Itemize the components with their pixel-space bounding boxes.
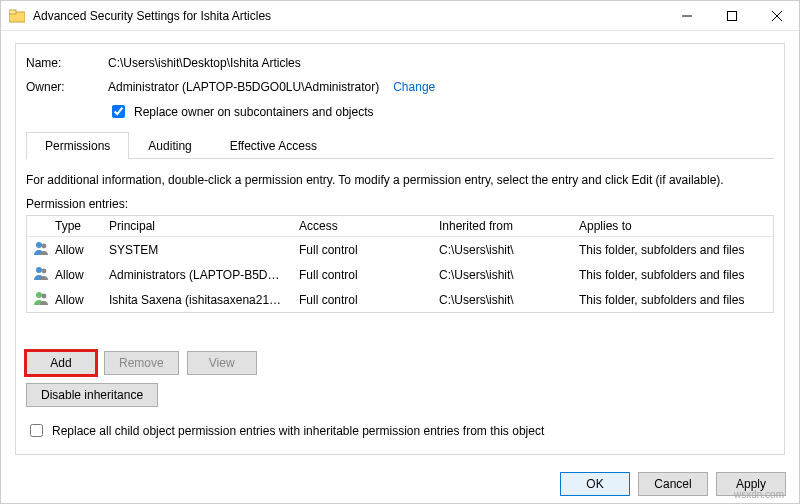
- main-panel: Name: C:\Users\ishit\Desktop\Ishita Arti…: [15, 43, 785, 455]
- cell-inherited: C:\Users\ishit\: [433, 262, 573, 287]
- svg-point-6: [36, 242, 42, 248]
- owner-value: Administrator (LAPTOP-B5DGO0LU\Administr…: [108, 80, 379, 94]
- cell-applies: This folder, subfolders and files: [573, 262, 774, 287]
- svg-rect-3: [727, 11, 736, 20]
- close-button[interactable]: [754, 1, 799, 30]
- replace-all-checkbox[interactable]: [30, 424, 43, 437]
- permission-entries-table: Type Principal Access Inherited from App…: [26, 215, 774, 325]
- remove-button: Remove: [104, 351, 179, 375]
- svg-point-7: [42, 244, 47, 249]
- title-bar: Advanced Security Settings for Ishita Ar…: [1, 1, 799, 31]
- cell-inherited: C:\Users\ishit\: [433, 237, 573, 263]
- tab-effective-access[interactable]: Effective Access: [211, 132, 336, 159]
- cell-principal: Administrators (LAPTOP-B5DGO...: [103, 262, 293, 287]
- col-type[interactable]: Type: [49, 216, 103, 237]
- cell-type: Allow: [49, 237, 103, 263]
- folder-security-icon: [9, 8, 25, 24]
- cell-type: Allow: [49, 287, 103, 313]
- cell-access: Full control: [293, 237, 433, 263]
- col-inherited[interactable]: Inherited from: [433, 216, 573, 237]
- col-access[interactable]: Access: [293, 216, 433, 237]
- table-row[interactable]: AllowIshita Saxena (ishitasaxena2109...F…: [27, 287, 774, 313]
- svg-point-10: [36, 292, 42, 298]
- add-button[interactable]: Add: [26, 351, 96, 375]
- window-title: Advanced Security Settings for Ishita Ar…: [33, 9, 664, 23]
- change-owner-link[interactable]: Change: [393, 80, 435, 94]
- cell-access: Full control: [293, 287, 433, 313]
- replace-owner-label: Replace owner on subcontainers and objec…: [134, 105, 373, 119]
- table-row[interactable]: AllowSYSTEMFull controlC:\Users\ishit\Th…: [27, 237, 774, 263]
- cell-type: Allow: [49, 262, 103, 287]
- replace-owner-checkbox[interactable]: [112, 105, 125, 118]
- col-applies[interactable]: Applies to: [573, 216, 774, 237]
- cell-inherited: C:\Users\ishit\: [433, 287, 573, 313]
- cell-applies: This folder, subfolders and files: [573, 237, 774, 263]
- entries-label: Permission entries:: [26, 197, 774, 211]
- svg-point-8: [36, 267, 42, 273]
- cancel-button[interactable]: Cancel: [638, 472, 708, 496]
- cell-access: Full control: [293, 262, 433, 287]
- cell-principal: SYSTEM: [103, 237, 293, 263]
- user-icon: [33, 265, 49, 281]
- maximize-button[interactable]: [709, 1, 754, 30]
- minimize-button[interactable]: [664, 1, 709, 30]
- svg-rect-1: [9, 10, 16, 14]
- tab-permissions[interactable]: Permissions: [26, 132, 129, 159]
- cell-applies: This folder, subfolders and files: [573, 287, 774, 313]
- apply-button[interactable]: Apply: [716, 472, 786, 496]
- owner-label: Owner:: [26, 80, 108, 94]
- table-row[interactable]: AllowAdministrators (LAPTOP-B5DGO...Full…: [27, 262, 774, 287]
- tab-auditing[interactable]: Auditing: [129, 132, 210, 159]
- tabs-bar: Permissions Auditing Effective Access: [26, 131, 774, 159]
- ok-button[interactable]: OK: [560, 472, 630, 496]
- info-text: For additional information, double-click…: [26, 173, 774, 187]
- name-value: C:\Users\ishit\Desktop\Ishita Articles: [108, 56, 301, 70]
- disable-inheritance-button[interactable]: Disable inheritance: [26, 383, 158, 407]
- svg-point-9: [42, 269, 47, 274]
- col-principal[interactable]: Principal: [103, 216, 293, 237]
- dialog-footer: OK Cancel Apply: [560, 472, 786, 496]
- user-icon: [33, 240, 49, 256]
- view-button: View: [187, 351, 257, 375]
- cell-principal: Ishita Saxena (ishitasaxena2109...: [103, 287, 293, 313]
- name-label: Name:: [26, 56, 108, 70]
- user-icon: [33, 290, 49, 306]
- svg-point-11: [42, 294, 47, 299]
- replace-all-label: Replace all child object permission entr…: [52, 424, 544, 438]
